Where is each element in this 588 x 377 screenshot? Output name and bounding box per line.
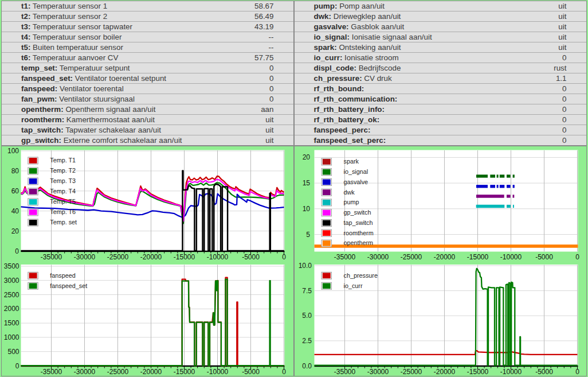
svg-text:roomtherm: roomtherm [344,230,374,236]
svg-text:0: 0 [575,253,579,261]
svg-text:-20000: -20000 [140,368,162,376]
svg-text:spark: spark [344,158,359,165]
svg-text:0: 0 [282,368,286,376]
svg-text:-30000: -30000 [74,368,96,376]
svg-text:-25000: -25000 [401,368,422,376]
svg-text:-30000: -30000 [74,253,96,261]
svg-text:-30000: -30000 [367,253,389,261]
svg-text:0: 0 [15,362,19,370]
svg-text:ch_pressure: ch_pressure [344,272,378,279]
svg-text:-20000: -20000 [434,368,456,376]
svg-text:Temp. T6: Temp. T6 [50,208,76,215]
svg-text:3000: 3000 [4,277,19,285]
svg-text:100: 100 [7,147,19,155]
svg-text:2000: 2000 [4,305,19,313]
svg-text:gasvalve: gasvalve [344,178,369,185]
svg-text:10.0: 10.0 [299,262,312,270]
svg-text:Temp. set: Temp. set [50,219,77,226]
svg-text:-25000: -25000 [107,368,129,376]
svg-text:fanspeed_set: fanspeed_set [50,282,87,289]
svg-text:80: 80 [11,167,19,175]
svg-text:5.0: 5.0 [302,312,312,320]
svg-text:20: 20 [11,227,19,235]
svg-text:gp_switch: gp_switch [344,209,371,216]
svg-text:-15000: -15000 [467,368,489,376]
svg-text:Temp. T3: Temp. T3 [50,177,76,184]
svg-text:0: 0 [282,253,286,261]
svg-text:2500: 2500 [4,291,19,299]
svg-text:dwk: dwk [344,189,355,196]
svg-text:7.5: 7.5 [302,287,312,295]
svg-text:5: 5 [306,231,310,239]
svg-text:tap_switch: tap_switch [344,219,373,226]
svg-text:-10000: -10000 [207,253,229,261]
svg-text:20: 20 [303,153,311,161]
svg-text:-35000: -35000 [41,253,62,261]
svg-text:-15000: -15000 [174,253,195,261]
svg-text:1000: 1000 [4,333,19,341]
svg-text:40: 40 [11,207,19,215]
svg-text:-20000: -20000 [140,253,162,261]
svg-text:io_signal: io_signal [344,168,369,175]
svg-text:io_curr: io_curr [344,282,363,289]
svg-text:500: 500 [7,348,19,356]
svg-text:-10000: -10000 [207,368,229,376]
svg-text:fanspeed: fanspeed [50,272,75,279]
svg-text:-10000: -10000 [500,253,522,261]
svg-text:-35000: -35000 [334,368,356,376]
svg-text:60: 60 [11,187,19,195]
svg-text:1500: 1500 [4,319,19,327]
svg-text:15: 15 [303,179,311,187]
svg-text:-5000: -5000 [535,368,553,376]
svg-text:Temp. T2: Temp. T2 [50,167,76,174]
svg-text:-15000: -15000 [174,368,195,376]
svg-text:3500: 3500 [4,262,19,270]
svg-text:Temp. T4: Temp. T4 [50,188,76,195]
svg-text:pump: pump [344,199,359,205]
svg-text:-35000: -35000 [334,253,356,261]
svg-text:-15000: -15000 [467,253,489,261]
svg-text:-5000: -5000 [535,253,553,261]
svg-text:-5000: -5000 [242,253,260,261]
svg-text:Temp. T5: Temp. T5 [50,198,76,205]
svg-text:-25000: -25000 [107,253,129,261]
svg-text:-5000: -5000 [242,368,260,376]
svg-text:0: 0 [15,247,19,255]
svg-text:-20000: -20000 [434,253,456,261]
svg-text:0.0: 0.0 [302,362,312,370]
svg-text:Temp. T1: Temp. T1 [50,157,76,164]
svg-text:-30000: -30000 [367,368,389,376]
svg-text:10: 10 [303,205,311,213]
svg-text:-10000: -10000 [500,368,522,376]
svg-text:2.5: 2.5 [302,337,312,345]
svg-text:-35000: -35000 [41,368,62,376]
svg-text:opentherm: opentherm [344,239,374,246]
svg-text:-25000: -25000 [401,253,422,261]
svg-text:0: 0 [575,368,579,376]
